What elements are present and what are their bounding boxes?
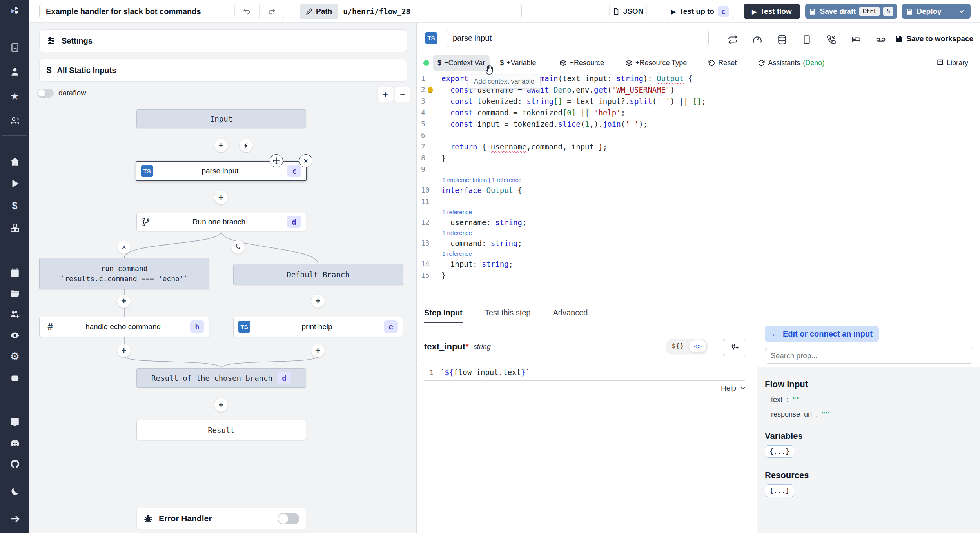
expression-input[interactable]: 1 `${flow_input.text}`	[423, 364, 746, 381]
save-icon	[809, 8, 816, 15]
topbar: Path u/henri/flow_28 JSON ▶ Test up to c…	[29, 0, 980, 23]
typescript-icon: TS	[238, 321, 250, 333]
trigger-bolt-button[interactable]	[240, 139, 253, 152]
step-name-input[interactable]	[446, 29, 709, 47]
node-handle-echo-command[interactable]: # handle echo command h	[39, 317, 209, 337]
sidebar-divider-bottom	[2, 506, 27, 506]
discord-icon[interactable]	[9, 438, 21, 449]
database-icon[interactable]	[777, 35, 787, 47]
expand-arrow-right-icon[interactable]	[9, 513, 21, 525]
gauge-icon[interactable]	[752, 35, 762, 47]
tab-step-input[interactable]: Step Input	[424, 302, 463, 323]
add-step-button[interactable]: +	[214, 139, 228, 152]
chevron-down-icon[interactable]	[739, 385, 746, 392]
save-to-workspace-button[interactable]: Save to workspace	[895, 35, 973, 43]
add-step-button[interactable]: +	[214, 191, 228, 204]
groups-icon[interactable]	[9, 115, 21, 127]
workers-users-gear-icon[interactable]	[9, 308, 21, 320]
prop-row-text[interactable]: text:""	[771, 396, 980, 404]
redo-button[interactable]	[259, 4, 284, 19]
help-link[interactable]: Help	[721, 384, 736, 393]
add-step-button[interactable]: +	[117, 344, 131, 357]
flow-settings-row[interactable]: Settings	[39, 29, 407, 52]
library-button[interactable]: Library	[932, 55, 973, 71]
add-resource-type-button[interactable]: +Resource Type	[621, 55, 691, 71]
tab-advanced[interactable]: Advanced	[553, 302, 588, 323]
connect-input-button[interactable]	[723, 339, 746, 356]
node-result-chosen-branch[interactable]: Result of the chosen branch d	[136, 368, 306, 388]
zoom-out-button[interactable]: −	[395, 87, 410, 102]
settings-gear-icon[interactable]: ⚙	[9, 351, 21, 362]
code-mode-button[interactable]: <>	[689, 340, 707, 353]
zoom-in-button[interactable]: +	[377, 87, 393, 102]
user-icon[interactable]	[9, 66, 21, 78]
add-step-button[interactable]: +	[214, 398, 228, 412]
deploy-button[interactable]: Deploy	[902, 4, 971, 19]
variables-dollar-icon[interactable]: $	[9, 200, 21, 211]
all-static-inputs-row[interactable]: $ All Static Inputs	[39, 59, 407, 82]
voicemail-icon[interactable]	[876, 35, 886, 47]
typescript-icon: TS	[141, 165, 153, 177]
template-mode-button[interactable]: ${}	[667, 340, 689, 353]
node-result[interactable]: Result	[136, 420, 306, 440]
reset-button[interactable]: Reset	[703, 55, 741, 71]
folders-icon[interactable]	[9, 287, 21, 299]
edit-or-connect-button[interactable]: ← Edit or connect an input	[765, 326, 879, 342]
test-flow-button[interactable]: ▶ Test flow	[744, 4, 800, 19]
dataflow-toggle[interactable]	[37, 89, 54, 98]
undo-button[interactable]	[235, 4, 259, 19]
path-value[interactable]: u/henri/flow_28	[338, 4, 416, 19]
ai-robot-icon[interactable]	[9, 372, 21, 384]
add-resource-button[interactable]: +Resource	[555, 55, 609, 71]
github-icon[interactable]	[9, 458, 21, 470]
add-step-button[interactable]: +	[311, 344, 325, 357]
tab-test-this-step[interactable]: Test this step	[485, 302, 531, 323]
windmill-logo-icon[interactable]	[9, 5, 21, 16]
variables-expand-chip[interactable]: {...}	[765, 445, 794, 458]
error-handler-toggle[interactable]	[278, 513, 299, 524]
favorites-star-icon[interactable]: ★	[9, 90, 21, 102]
resources-boxes-icon[interactable]	[9, 222, 21, 234]
node-run-one-branch[interactable]: Run one branch d	[136, 213, 306, 231]
path-chip[interactable]: Path u/henri/flow_28	[300, 4, 522, 19]
deploy-dropdown-button[interactable]	[953, 7, 971, 15]
runs-play-icon[interactable]	[9, 178, 21, 189]
json-button[interactable]: JSON	[609, 4, 647, 19]
add-step-button[interactable]: +	[117, 295, 131, 308]
remove-branch-button[interactable]: ×	[117, 240, 131, 254]
test-up-to-button[interactable]: ▶ Test up to c	[666, 4, 734, 19]
tablet-icon[interactable]	[802, 35, 812, 47]
home-icon[interactable]	[9, 156, 21, 167]
repeat-icon[interactable]	[728, 35, 738, 47]
bed-icon[interactable]	[851, 35, 861, 47]
prop-row-response-url[interactable]: response_url:""	[771, 410, 980, 418]
tooltip-add-context-variable: Add context variable	[468, 75, 540, 89]
sidebar-divider	[2, 135, 27, 136]
field-type: string	[474, 343, 491, 351]
save-draft-button[interactable]: Save draft Ctrl S	[805, 4, 897, 19]
save-icon	[906, 8, 913, 15]
add-branch-button[interactable]	[231, 240, 245, 254]
code-editor-content[interactable]: 1export async function main(text_input: …	[417, 73, 980, 281]
node-print-help[interactable]: TS print help e	[233, 317, 403, 337]
add-context-var-button[interactable]: $+Context Var	[433, 55, 490, 71]
node-run-command-branch[interactable]: run command `results.c.command === 'echo…	[39, 258, 209, 289]
workspace-icon[interactable]	[9, 42, 21, 53]
dark-mode-moon-icon[interactable]	[9, 486, 21, 497]
resources-expand-chip[interactable]: {...}	[765, 484, 794, 497]
schedules-calendar-icon[interactable]	[9, 267, 21, 278]
package-icon	[559, 59, 567, 67]
pencil-icon	[306, 8, 313, 15]
assistants-button[interactable]: Assistants(Deno)	[753, 55, 829, 71]
add-variable-button[interactable]: $+Variable	[495, 55, 541, 71]
dollar-icon: $	[47, 65, 51, 75]
node-input[interactable]: Input	[136, 109, 306, 128]
node-default-branch[interactable]: Default Branch	[233, 264, 403, 285]
search-prop-input[interactable]	[765, 348, 973, 364]
audit-eye-icon[interactable]	[9, 329, 21, 341]
delete-node-button[interactable]: ×	[299, 154, 312, 167]
docs-book-icon[interactable]	[9, 416, 21, 427]
phone-incoming-icon[interactable]	[826, 35, 837, 47]
move-node-handle[interactable]	[270, 154, 283, 167]
add-step-button[interactable]: +	[311, 295, 325, 308]
